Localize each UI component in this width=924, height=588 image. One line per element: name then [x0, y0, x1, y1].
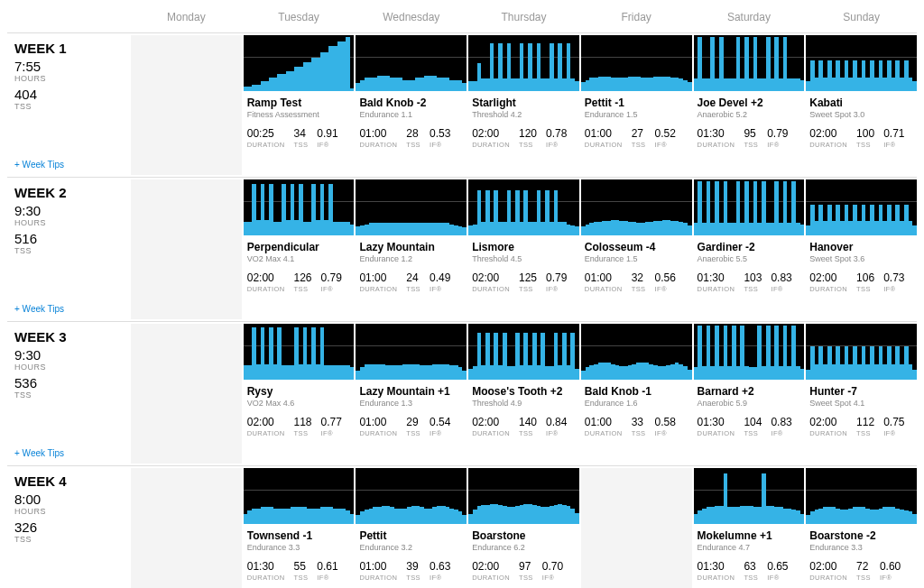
stat-label: IF® — [546, 141, 567, 149]
day-header: Sunday — [806, 4, 917, 31]
workout-card[interactable]: PettitEndurance 3.201:00DURATION39TSS0.6… — [356, 468, 467, 588]
workout-card[interactable]: Townsend -1Endurance 3.301:30DURATION55T… — [244, 468, 355, 588]
workout: Moose's Tooth +2Threshold 4.902:00DURATI… — [468, 324, 579, 446]
workout-category: Anaerobic 5.2 — [698, 110, 801, 119]
workout-card[interactable]: Joe Devel +2Anaerobic 5.201:30DURATION95… — [694, 35, 805, 175]
stat-label: DURATION — [698, 285, 735, 293]
stat-value: 33 — [632, 416, 646, 428]
day-header: Thursday — [468, 4, 579, 31]
chart-bars — [244, 468, 355, 524]
workout-name: Boarstone — [472, 529, 576, 542]
chart-bars — [244, 179, 355, 235]
workout-card[interactable]: HanoverSweet Spot 3.602:00DURATION106TSS… — [806, 179, 917, 319]
stat-label: DURATION — [247, 285, 285, 293]
stat-label: IF® — [883, 141, 904, 149]
workout-category: Endurance 1.5 — [585, 110, 688, 119]
week-hours: 8:00 — [14, 492, 127, 507]
week-tss: 326 — [14, 519, 127, 535]
workout-card[interactable]: Moose's Tooth +2Threshold 4.902:00DURATI… — [468, 324, 579, 464]
stat-label: TSS — [406, 574, 420, 582]
workout-card[interactable]: Ramp TestFitness Assessment00:25DURATION… — [244, 35, 355, 175]
workout-stats: 01:30DURATION55TSS0.61IF® — [247, 560, 351, 582]
workout-card[interactable]: Bald Knob -1Endurance 1.601:00DURATION33… — [581, 324, 692, 464]
workout-chart — [694, 468, 805, 524]
workout-card[interactable]: StarlightThreshold 4.202:00DURATION120TS… — [468, 35, 579, 175]
workout-stats: 02:00DURATION120TSS0.78IF® — [472, 127, 576, 149]
workout-card[interactable]: Gardiner -2Anaerobic 5.501:30DURATION103… — [694, 179, 805, 319]
week-title: WEEK 2 — [14, 185, 127, 200]
empty-day — [131, 324, 242, 464]
stat-duration: 02:00DURATION — [472, 560, 510, 582]
chart-bars — [694, 35, 805, 91]
workout-card[interactable]: PerpendicularVO2 Max 4.102:00DURATION126… — [244, 179, 355, 319]
day-header: Tuesday — [244, 4, 355, 31]
stat-value: 02:00 — [472, 271, 510, 284]
workout-card[interactable]: BoarstoneEndurance 6.202:00DURATION97TSS… — [468, 468, 579, 588]
workout-category: Anaerobic 5.5 — [698, 254, 801, 263]
week-tss-label: TSS — [14, 535, 127, 544]
week-hours: 9:30 — [14, 347, 127, 363]
stat-if: 0.91IF® — [317, 127, 337, 149]
stat-value: 01:30 — [698, 271, 735, 284]
workout-stats: 01:00DURATION28TSS0.53IF® — [359, 127, 463, 149]
workout-card[interactable]: LismoreThreshold 4.502:00DURATION125TSS0… — [468, 179, 579, 319]
stat-label: IF® — [317, 574, 337, 582]
workout-card[interactable]: Bald Knob -2Endurance 1.101:00DURATION28… — [356, 35, 467, 175]
week-tips-link[interactable]: + Week Tips — [14, 448, 64, 458]
workout-card[interactable]: Lazy Mountain +1Endurance 1.301:00DURATI… — [356, 324, 467, 464]
stat-tss: 126TSS — [294, 271, 312, 293]
stat-if: 0.65IF® — [767, 560, 788, 582]
stat-label: TSS — [744, 574, 758, 582]
stat-if: 0.70IF® — [542, 560, 563, 582]
stat-value: 01:30 — [698, 127, 735, 140]
workout-category: Endurance 4.7 — [698, 543, 801, 552]
stat-if: 0.79IF® — [321, 271, 342, 293]
stat-value: 01:00 — [585, 271, 623, 284]
workout-name: Perpendicular — [247, 241, 351, 253]
stat-tss: 32TSS — [632, 271, 646, 293]
workout-card[interactable]: Lazy MountainEndurance 1.201:00DURATION2… — [356, 179, 467, 319]
chart-bars — [694, 468, 805, 524]
stat-value: 0.78 — [546, 127, 567, 140]
stat-duration: 02:00DURATION — [247, 271, 285, 293]
workout-meta: Boarstone -2Endurance 3.302:00DURATION72… — [806, 524, 917, 588]
week-tips-link[interactable]: + Week Tips — [14, 160, 64, 170]
workout-card[interactable]: KabatiSweet Spot 3.002:00DURATION100TSS0… — [806, 35, 917, 175]
stat-value: 01:30 — [698, 560, 735, 573]
stat-tss: 97TSS — [519, 560, 533, 582]
divider — [7, 465, 917, 466]
stat-value: 02:00 — [472, 127, 510, 140]
stat-label: DURATION — [809, 429, 847, 437]
workout-stats: 02:00DURATION140TSS0.84IF® — [472, 416, 576, 437]
stat-value: 0.73 — [883, 271, 904, 284]
stat-label: IF® — [546, 429, 567, 437]
workout-chart — [356, 35, 467, 91]
workout-card[interactable]: Mokelumne +1Endurance 4.701:30DURATION63… — [694, 468, 805, 588]
empty-day — [131, 468, 242, 588]
week-hours: 7:55 — [14, 59, 127, 74]
workout-name: Moose's Tooth +2 — [472, 385, 576, 398]
workout-card[interactable]: Barnard +2Anaerobic 5.901:30DURATION104T… — [694, 324, 805, 464]
chart-bars — [244, 324, 355, 380]
workout-card[interactable]: Hunter -7Sweet Spot 4.102:00DURATION112T… — [806, 324, 917, 464]
stat-label: TSS — [519, 141, 537, 149]
stat-tss: 106TSS — [856, 271, 874, 293]
stat-tss: 28TSS — [406, 127, 420, 149]
stat-value: 0.63 — [430, 560, 450, 573]
workout: StarlightThreshold 4.202:00DURATION120TS… — [468, 35, 579, 157]
workout-card[interactable]: Boarstone -2Endurance 3.302:00DURATION72… — [806, 468, 917, 588]
stat-duration: 01:00DURATION — [359, 416, 397, 437]
stat-value: 02:00 — [472, 560, 510, 573]
workout-stats: 01:30DURATION95TSS0.79IF® — [698, 127, 801, 149]
week-tips-link[interactable]: + Week Tips — [14, 304, 64, 314]
stat-tss: 63TSS — [744, 560, 758, 582]
workout-meta: Bald Knob -1Endurance 1.601:00DURATION33… — [581, 380, 692, 446]
workout-card[interactable]: RysyVO2 Max 4.602:00DURATION118TSS0.77IF… — [244, 324, 355, 464]
stat-if: 0.83IF® — [771, 271, 791, 293]
workout-card[interactable]: Pettit -1Endurance 1.501:00DURATION27TSS… — [581, 35, 692, 175]
stat-tss: 100TSS — [856, 127, 874, 149]
workout-card[interactable]: Colosseum -4Endurance 1.501:00DURATION32… — [581, 179, 692, 319]
stat-value: 24 — [406, 271, 420, 284]
stat-value: 0.83 — [771, 416, 791, 428]
stat-duration: 01:00DURATION — [359, 560, 397, 582]
